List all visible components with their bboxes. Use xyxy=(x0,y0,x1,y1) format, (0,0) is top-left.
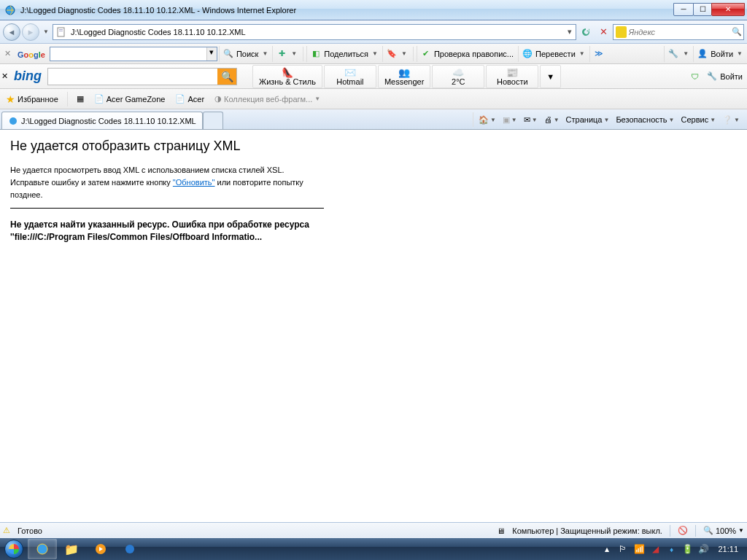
maximize-button[interactable]: ☐ xyxy=(693,3,712,16)
shield-icon[interactable]: 🛡 xyxy=(686,72,703,81)
favorites-button[interactable]: ★Избранное xyxy=(3,92,61,106)
window-title: J:\Logged Diagnostic Codes 18.11.10 10.1… xyxy=(19,6,674,15)
bing-search-box[interactable]: 🔍 xyxy=(47,68,237,85)
forward-button[interactable]: ► xyxy=(22,23,39,41)
svg-point-5 xyxy=(37,544,47,554)
tray-network-icon[interactable]: 📶 xyxy=(633,543,645,555)
google-settings-button[interactable]: 🔧▼ xyxy=(664,46,692,62)
bing-tile-news[interactable]: 📰Новости xyxy=(486,65,538,88)
search-box[interactable]: 🔍 xyxy=(613,24,744,40)
privacy-icon[interactable]: 🚫 xyxy=(678,526,688,535)
ie-icon xyxy=(4,4,16,16)
mail-button[interactable]: ✉▼ xyxy=(521,114,541,126)
navigation-bar: ◄ ► ▼ ▾ ✕ 🔍 xyxy=(0,20,747,44)
taskbar-app[interactable] xyxy=(115,539,144,559)
bing-tile-more[interactable]: ▼ xyxy=(540,65,561,88)
warning-icon[interactable]: ⚠ xyxy=(3,526,10,535)
google-plus-button[interactable]: ✚▼ xyxy=(272,46,300,62)
error-heading: Не удается отобразить страницу XML xyxy=(10,139,737,154)
page-menu[interactable]: Страница▼ xyxy=(563,114,613,125)
print-button[interactable]: 🖨▼ xyxy=(541,114,562,125)
google-search-box[interactable]: ▾ xyxy=(50,47,217,61)
bing-tile-messenger[interactable]: 👥Messenger xyxy=(378,65,430,88)
stop-button[interactable]: ✕ xyxy=(595,24,611,40)
suggested-sites-button[interactable]: ▦ xyxy=(74,93,87,105)
new-tab-button[interactable] xyxy=(203,112,223,129)
news-icon: 📰 xyxy=(506,67,518,77)
yandex-icon xyxy=(616,26,627,38)
feeds-button[interactable]: ▣▼ xyxy=(500,114,520,126)
status-bar: ⚠ Готово 🖥 Компьютер | Защищенный режим:… xyxy=(0,522,747,538)
google-login-button[interactable]: 👤Войти▼ xyxy=(693,46,746,62)
tray-battery-icon[interactable]: 🔋 xyxy=(681,543,693,555)
zoom-icon: 🔍 xyxy=(703,526,713,535)
taskbar-ie[interactable] xyxy=(28,539,57,559)
bing-tile-hotmail[interactable]: ✉️Hotmail xyxy=(324,65,376,88)
google-spellcheck-button[interactable]: ✔Проверка правопис... xyxy=(417,46,516,62)
refresh-link[interactable]: "Обновить" xyxy=(173,178,215,187)
mail-icon: ✉ xyxy=(524,115,530,125)
bing-search-input[interactable] xyxy=(48,69,217,85)
tools-menu[interactable]: Сервис▼ xyxy=(678,114,719,125)
address-bar[interactable]: ▾ xyxy=(53,24,576,40)
bing-tile-weather[interactable]: ☁️2°C xyxy=(432,65,484,88)
toolbar-close-icon[interactable]: ✕ xyxy=(1,71,8,81)
google-more-button[interactable]: ≫ xyxy=(589,46,608,62)
google-logo[interactable]: Google xyxy=(15,47,48,61)
refresh-button[interactable] xyxy=(578,24,594,40)
address-dropdown-icon[interactable]: ▾ xyxy=(564,27,576,36)
search-icon: 🔍 xyxy=(222,48,234,60)
google-bookmark-button[interactable]: 🔖▼ xyxy=(382,46,410,62)
google-translate-button[interactable]: 🌐Перевести▼ xyxy=(518,46,588,62)
taskbar-explorer[interactable]: 📁 xyxy=(57,539,86,559)
bing-login-button[interactable]: 🔧Войти xyxy=(703,69,746,85)
toolbar-close-icon[interactable]: ✕ xyxy=(1,48,13,60)
back-button[interactable]: ◄ xyxy=(3,23,20,41)
fav-webfragments[interactable]: ◑Коллекция веб-фрагм...▼ xyxy=(212,93,323,105)
google-share-button[interactable]: ◧Поделиться▼ xyxy=(306,46,381,62)
fav-acer-gamezone[interactable]: 📄Acer GameZone xyxy=(91,93,169,105)
security-menu[interactable]: Безопасность▼ xyxy=(613,114,677,125)
minimize-button[interactable]: ─ xyxy=(673,3,694,16)
start-button[interactable] xyxy=(0,538,28,560)
slice-icon: ◑ xyxy=(214,94,222,104)
status-text: Готово xyxy=(18,526,42,535)
tab-title: J:\Logged Diagnostic Codes 18.11.10 10.1… xyxy=(21,117,196,125)
nav-dropdown-icon[interactable]: ▼ xyxy=(41,28,51,35)
google-search-button[interactable]: 🔍Поиск▼ xyxy=(219,46,271,62)
bing-search-go-icon[interactable]: 🔍 xyxy=(217,69,236,85)
help-button[interactable]: ❔▼ xyxy=(719,114,743,126)
search-input[interactable] xyxy=(629,28,730,36)
zoom-control[interactable]: 🔍100%▼ xyxy=(703,526,744,535)
divider xyxy=(10,208,324,209)
taskbar-wmp[interactable] xyxy=(86,539,115,559)
address-input[interactable] xyxy=(69,26,564,39)
error-detail: Не удается найти указанный ресурс. Ошибк… xyxy=(10,219,346,244)
home-button[interactable]: 🏠▼ xyxy=(476,114,499,126)
tray-av-icon[interactable]: ◢ xyxy=(649,543,661,555)
search-go-icon[interactable]: 🔍 xyxy=(730,27,743,36)
separator xyxy=(695,525,696,537)
tray-bt-icon[interactable]: ⬧ xyxy=(665,543,677,555)
google-input-dropdown-icon[interactable]: ▾ xyxy=(206,47,217,61)
error-message: Не удается просмотреть ввод XML с исполь… xyxy=(10,164,324,201)
tab-active[interactable]: J:\Logged Diagnostic Codes 18.11.10 10.1… xyxy=(1,112,203,129)
separator xyxy=(670,525,670,537)
sites-icon: ▦ xyxy=(77,94,84,104)
tray-up-icon[interactable]: ▴ xyxy=(601,543,613,555)
tray-volume-icon[interactable]: 🔊 xyxy=(697,543,709,555)
wrench-icon: 🔧 xyxy=(667,48,679,60)
svg-point-7 xyxy=(125,545,134,553)
svg-point-4 xyxy=(9,117,17,125)
bing-logo[interactable]: bing xyxy=(8,69,47,84)
google-search-input[interactable] xyxy=(50,47,206,61)
fav-acer[interactable]: 📄Acer xyxy=(172,93,207,105)
bing-tile-life[interactable]: 👠Жизнь & Стиль xyxy=(252,65,322,88)
print-icon: 🖨 xyxy=(544,115,552,124)
tray-flag-icon[interactable]: 🏳 xyxy=(617,543,629,555)
tab-bar: J:\Logged Diagnostic Codes 18.11.10 10.1… xyxy=(0,109,747,130)
tray-clock[interactable]: 21:11 xyxy=(713,545,743,553)
close-button[interactable]: ✕ xyxy=(711,3,745,16)
separator xyxy=(413,47,414,61)
share-icon: ◧ xyxy=(310,48,322,60)
